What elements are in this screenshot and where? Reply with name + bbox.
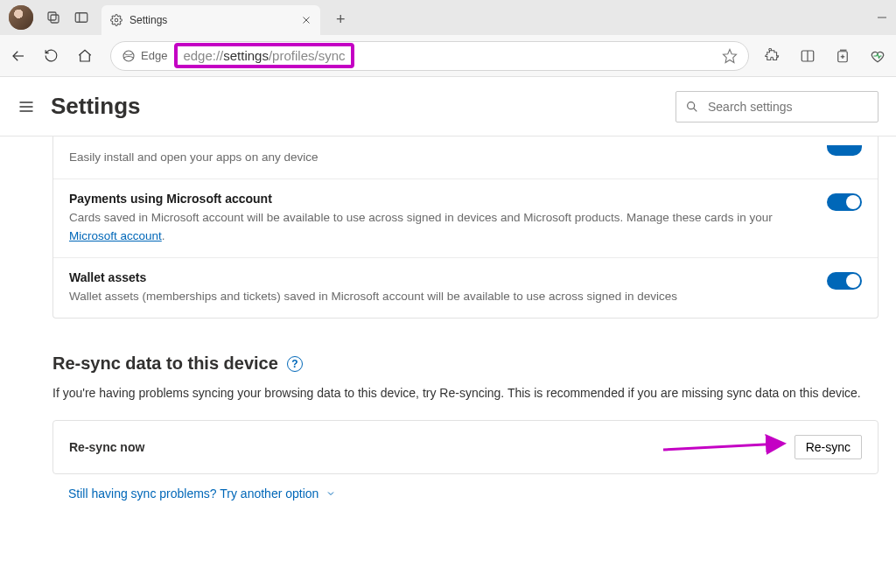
microsoft-account-link[interactable]: Microsoft account <box>69 229 162 242</box>
apps-row: Easily install and open your apps on any… <box>53 136 878 178</box>
svg-point-4 <box>115 18 118 22</box>
wallet-desc: Wallet assets (memberships and tickets) … <box>69 288 816 305</box>
wellbeing-icon[interactable] <box>870 48 886 64</box>
split-screen-icon[interactable] <box>800 48 816 64</box>
url-text: edge://settings/profiles/sync <box>183 48 345 63</box>
url-highlight-annotation: edge://settings/profiles/sync <box>174 43 354 68</box>
browser-tab[interactable]: Settings <box>102 5 320 35</box>
gear-icon <box>110 14 122 26</box>
wallet-title: Wallet assets <box>69 270 816 284</box>
site-identity[interactable]: Edge <box>122 49 167 63</box>
profile-avatar[interactable] <box>9 5 33 30</box>
favorite-star-icon[interactable] <box>722 48 738 64</box>
refresh-button[interactable] <box>44 48 61 63</box>
workspaces-icon[interactable] <box>46 10 61 25</box>
minimize-button[interactable] <box>877 12 887 23</box>
close-icon[interactable] <box>301 15 312 25</box>
resync-row: Re-sync now Re-sync <box>52 420 878 474</box>
wallet-toggle[interactable] <box>827 272 862 290</box>
settings-content: Easily install and open your apps on any… <box>0 136 896 588</box>
resync-label: Re-sync now <box>69 440 794 454</box>
apps-desc: Easily install and open your apps on any… <box>69 149 816 166</box>
resync-button[interactable]: Re-sync <box>794 435 862 459</box>
svg-point-20 <box>688 102 695 108</box>
tab-title: Settings <box>130 14 294 26</box>
svg-rect-0 <box>48 12 56 20</box>
extensions-icon[interactable] <box>765 48 780 64</box>
search-icon <box>685 100 699 114</box>
home-button[interactable] <box>77 48 94 64</box>
new-tab-button[interactable]: + <box>332 10 349 29</box>
page-title: Settings <box>51 93 141 120</box>
svg-line-21 <box>694 108 697 111</box>
chevron-down-icon <box>326 488 336 499</box>
help-icon[interactable]: ? <box>287 356 303 372</box>
search-settings-box[interactable] <box>676 91 878 122</box>
apps-toggle[interactable] <box>827 145 862 156</box>
address-bar-row: Edge edge://settings/profiles/sync <box>0 35 896 77</box>
tab-bar: Settings + <box>0 0 896 35</box>
payments-row: Payments using Microsoft account Cards s… <box>53 178 878 257</box>
tab-actions-icon[interactable] <box>74 10 89 25</box>
collections-icon[interactable] <box>835 48 850 64</box>
address-bar[interactable]: Edge edge://settings/profiles/sync <box>110 41 749 71</box>
payments-title: Payments using Microsoft account <box>69 192 816 206</box>
back-button[interactable] <box>10 48 28 64</box>
wallet-row: Wallet assets Wallet assets (memberships… <box>53 257 878 318</box>
resync-section-title: Re-sync data to this device ? <box>52 354 878 374</box>
identity-label: Edge <box>141 49 167 62</box>
svg-marker-10 <box>724 49 737 62</box>
svg-rect-2 <box>75 13 88 23</box>
resync-section-desc: If you're having problems syncing your b… <box>52 384 878 402</box>
payments-toggle[interactable] <box>827 193 862 211</box>
menu-icon[interactable] <box>18 98 35 116</box>
svg-rect-1 <box>51 15 59 23</box>
search-input[interactable] <box>708 100 869 114</box>
sync-settings-card: Easily install and open your apps on any… <box>52 136 878 318</box>
payments-desc: Cards saved in Microsoft account will be… <box>69 209 816 245</box>
settings-page-header: Settings <box>0 77 896 136</box>
footer-link[interactable]: Still having sync problems? Try another … <box>68 486 878 500</box>
